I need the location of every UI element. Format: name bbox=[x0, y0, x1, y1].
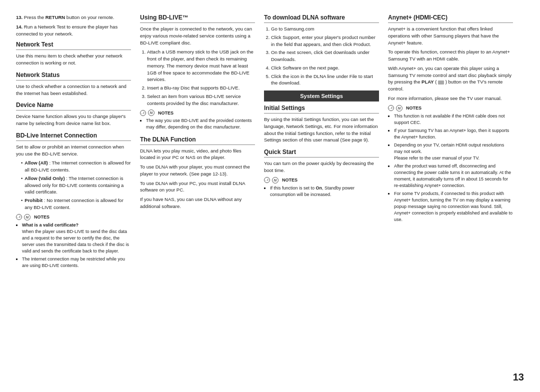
bd-live-step-2: Insert a Blu-ray Disc that supports BD-L… bbox=[147, 84, 255, 92]
dlna-step-3: On the next screen, click Get downloads … bbox=[271, 49, 379, 63]
bd-live-bullet-2: Allow (Valid Only) : The Internet connec… bbox=[16, 175, 131, 196]
network-test-body: Use this menu item to check whether your… bbox=[16, 52, 131, 66]
using-bd-live-title: Using BD-LIVE™ bbox=[140, 14, 255, 23]
device-name-title: Device Name bbox=[16, 102, 131, 110]
bd-live-body: Set to allow or prohibit an Internet con… bbox=[16, 144, 131, 158]
quick-start-notes-label: N NOTES bbox=[264, 177, 379, 184]
dlna-body-2: To use DLNA with your player, you must c… bbox=[140, 164, 255, 178]
notes-title-2: NOTES bbox=[158, 110, 174, 116]
dlna-function-title: The DLNA Function bbox=[140, 136, 255, 145]
dlna-step-2: Click Support, enter your player's produ… bbox=[271, 34, 379, 48]
dlna-body-3: To use DLNA with your PC, you must insta… bbox=[140, 180, 255, 194]
anynet-note-5: For some TV products, if connected to th… bbox=[394, 190, 513, 223]
quick-start-notes-list: If this function is set to On, Standby p… bbox=[264, 185, 379, 198]
anynet-note-3: Depending on your TV, certain HDMI outpu… bbox=[394, 142, 513, 162]
notes-title-3: NOTES bbox=[282, 178, 298, 182]
quick-start-title: Quick Start bbox=[264, 148, 379, 158]
anynet-body-2: To operate this function, connect this p… bbox=[388, 48, 513, 62]
bd-live-step-1: Attach a USB memory stick to the USB jac… bbox=[147, 48, 255, 83]
anynet-title: Anynet+ (HDMI-CEC) bbox=[388, 14, 513, 23]
column-1: 13. Press the RETURN button on your remo… bbox=[16, 14, 131, 272]
notes-title-text: NOTES bbox=[34, 214, 50, 220]
anynet-note-4: After the product was turned off, discon… bbox=[394, 163, 513, 189]
notes-icon: N bbox=[24, 214, 30, 220]
notes-icon-3: N bbox=[272, 177, 278, 184]
anynet-body-4: For more information, please see the TV … bbox=[388, 95, 513, 102]
device-name-body: Device Name function allows you to chang… bbox=[16, 113, 131, 127]
bd-live-step-3: Select an item from various BD-LIVE serv… bbox=[147, 93, 255, 107]
bd-live-bullets: Allow (All) : The Internet connection is… bbox=[16, 160, 131, 210]
intro-step-13: 13. Press the RETURN button on your remo… bbox=[16, 14, 131, 21]
quick-start-note-1: If this function is set to On, Standby p… bbox=[270, 185, 379, 198]
download-dlna-steps: Go to Samsung.com Click Support, enter y… bbox=[264, 26, 379, 86]
anynet-notes-label: N NOTES bbox=[388, 105, 513, 112]
using-bd-live-notes: N NOTES The way you use BD-LIVE and the … bbox=[140, 110, 255, 130]
quick-start-notes: N NOTES If this function is set to On, S… bbox=[264, 177, 379, 198]
bd-live-title: BD-Live Internet Connection bbox=[16, 132, 131, 141]
bd-live-notes-label: N NOTES bbox=[16, 214, 131, 220]
bd-live-bullet-1: Allow (All) : The Internet connection is… bbox=[16, 160, 131, 174]
anynet-body-3: With Anynet+ on, you can operate this pl… bbox=[388, 65, 513, 92]
column-2: Using BD-LIVE™ Once the player is connec… bbox=[140, 14, 255, 272]
bd-live-notes: N NOTES What is a valid certificate?When… bbox=[16, 214, 131, 269]
column-4: Anynet+ (HDMI-CEC) Anynet+ is a convenie… bbox=[388, 14, 513, 272]
dlna-step-5: Click the icon in the DLNA line under Fi… bbox=[271, 73, 379, 87]
page-layout: 13. Press the RETURN button on your remo… bbox=[16, 14, 524, 272]
initial-settings-body: By using the Initial Settings function, … bbox=[264, 116, 379, 144]
column-3: To download DLNA software Go to Samsung.… bbox=[264, 14, 379, 272]
network-status-title: Network Status bbox=[16, 72, 131, 80]
system-settings-bar: System Settings bbox=[264, 90, 379, 102]
dlna-step-1: Go to Samsung.com bbox=[271, 26, 379, 32]
bd-live-note-2: The Internet connection may be restricte… bbox=[22, 256, 131, 269]
using-bd-live-notes-list: The way you use BD-LIVE and the provided… bbox=[140, 118, 255, 130]
notes-icon-2: N bbox=[148, 110, 154, 116]
bd-live-notes-list: What is a valid certificate?When the pla… bbox=[16, 222, 131, 269]
network-status-body: Use to check whether a connection to a n… bbox=[16, 83, 131, 97]
anynet-body-1: Anynet+ is a convenient function that of… bbox=[388, 26, 513, 46]
anynet-note-1: This function is not available if the HD… bbox=[394, 113, 513, 126]
anynet-note-2: If your Samsung TV has an Anynet+ logo, … bbox=[394, 128, 513, 140]
notes-title-4: NOTES bbox=[406, 106, 422, 110]
page-number: 13 bbox=[513, 372, 524, 383]
dlna-step-4: Click Software on the next page. bbox=[271, 64, 379, 72]
dlna-body-1: DLNA lets you play music, video, and pho… bbox=[140, 148, 255, 162]
bd-live-note-cert-bold: What is a valid certificate?When the pla… bbox=[22, 222, 131, 254]
bd-live-bullet-3: Prohibit : No Internet connection is all… bbox=[16, 197, 131, 211]
using-bd-live-notes-label: N NOTES bbox=[140, 110, 255, 116]
anynet-notes-list: This function is not available if the HD… bbox=[388, 113, 513, 224]
initial-settings-title: Initial Settings bbox=[264, 104, 379, 114]
intro-steps: 13. Press the RETURN button on your remo… bbox=[16, 14, 131, 37]
anynet-notes: N NOTES This function is not available i… bbox=[388, 105, 513, 224]
intro-step-14: 14. Run a Network Test to ensure the pla… bbox=[16, 24, 131, 38]
using-bd-live-body: Once the player is connected to the netw… bbox=[140, 26, 255, 46]
network-test-title: Network Test bbox=[16, 41, 131, 50]
using-bd-live-steps: Attach a USB memory stick to the USB jac… bbox=[140, 48, 255, 106]
quick-start-body: You can turn on the power quickly by dec… bbox=[264, 160, 379, 174]
dlna-body-4: If you have NAS, you can use DLNA withou… bbox=[140, 196, 255, 210]
download-dlna-title: To download DLNA software bbox=[264, 14, 379, 23]
using-bd-live-note-1: The way you use BD-LIVE and the provided… bbox=[146, 118, 255, 130]
notes-icon-4: N bbox=[396, 105, 402, 112]
